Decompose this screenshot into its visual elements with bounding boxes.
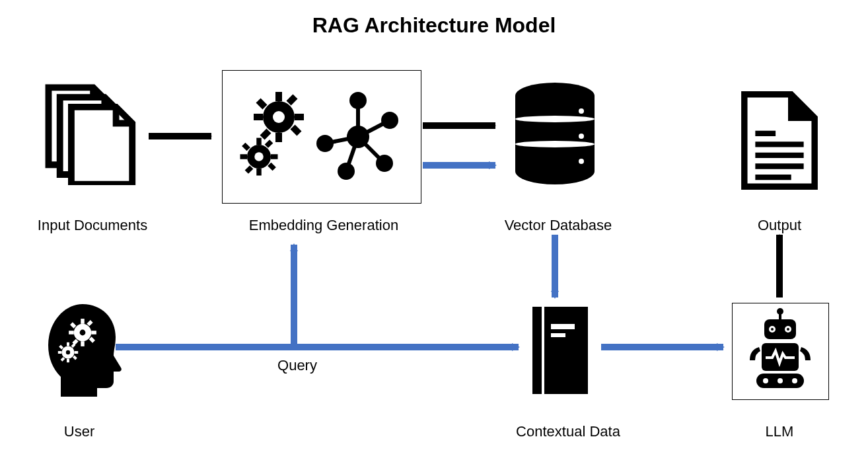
- svg-rect-52: [91, 331, 96, 335]
- svg-rect-18: [242, 143, 250, 151]
- svg-rect-60: [67, 359, 69, 363]
- svg-point-84: [787, 328, 789, 331]
- svg-point-42: [579, 159, 584, 164]
- svg-rect-3: [275, 133, 282, 142]
- svg-rect-74: [779, 313, 781, 319]
- svg-rect-6: [287, 95, 298, 106]
- svg-rect-72: [551, 333, 565, 337]
- label-contextual-data: Contextual Data: [502, 423, 634, 440]
- svg-point-1: [273, 111, 285, 123]
- svg-rect-14: [240, 154, 248, 159]
- book-icon: [528, 304, 591, 397]
- svg-rect-61: [58, 351, 62, 354]
- svg-rect-7: [260, 129, 271, 140]
- svg-rect-17: [245, 165, 254, 174]
- svg-point-40: [579, 108, 584, 114]
- label-embedding-generation: Embedding Generation: [225, 217, 423, 234]
- svg-point-82: [792, 378, 797, 383]
- documents-icon: [40, 79, 139, 185]
- svg-rect-5: [295, 114, 304, 120]
- svg-point-83: [771, 328, 774, 331]
- svg-rect-59: [67, 342, 69, 346]
- output-document-icon: [737, 89, 822, 192]
- robot-icon: [733, 303, 828, 399]
- database-icon: [509, 79, 601, 192]
- svg-point-28: [378, 157, 391, 170]
- svg-rect-8: [256, 99, 268, 110]
- svg-rect-19: [268, 163, 276, 171]
- user-head-icon: [36, 301, 122, 397]
- embedding-generation-box: [222, 70, 421, 204]
- svg-point-30: [318, 137, 332, 150]
- svg-rect-2: [275, 92, 282, 101]
- svg-point-27: [383, 114, 396, 127]
- svg-rect-68: [532, 307, 542, 394]
- svg-rect-62: [75, 351, 79, 354]
- svg-rect-50: [81, 341, 85, 346]
- label-user: User: [40, 423, 119, 440]
- svg-rect-9: [291, 125, 302, 136]
- svg-point-57: [80, 330, 86, 336]
- svg-point-26: [351, 94, 365, 107]
- llm-box: [732, 303, 829, 400]
- svg-rect-71: [551, 324, 575, 329]
- label-query: Query: [258, 357, 337, 374]
- label-vector-database: Vector Database: [489, 217, 628, 234]
- svg-point-67: [66, 350, 70, 354]
- svg-point-80: [763, 378, 768, 383]
- svg-point-39: [515, 141, 595, 147]
- label-output: Output: [733, 217, 826, 234]
- svg-point-81: [778, 378, 783, 383]
- diagram-stage: RAG Architecture Model: [0, 0, 868, 476]
- svg-rect-49: [81, 319, 85, 324]
- gears-and-graph-icon: [223, 71, 421, 203]
- svg-rect-15: [271, 154, 278, 159]
- svg-rect-51: [69, 331, 74, 335]
- svg-point-25: [349, 128, 367, 146]
- svg-point-29: [340, 165, 353, 178]
- arrows-layer: [0, 0, 868, 476]
- svg-rect-12: [256, 138, 262, 145]
- svg-rect-13: [256, 169, 262, 176]
- label-input-documents: Input Documents: [26, 217, 159, 234]
- svg-rect-4: [254, 114, 263, 120]
- svg-rect-16: [265, 139, 273, 148]
- svg-point-41: [579, 134, 584, 139]
- svg-rect-70: [542, 307, 544, 394]
- svg-point-38: [515, 116, 595, 122]
- svg-point-11: [254, 152, 264, 161]
- label-llm: LLM: [740, 423, 819, 440]
- svg-rect-69: [542, 307, 588, 394]
